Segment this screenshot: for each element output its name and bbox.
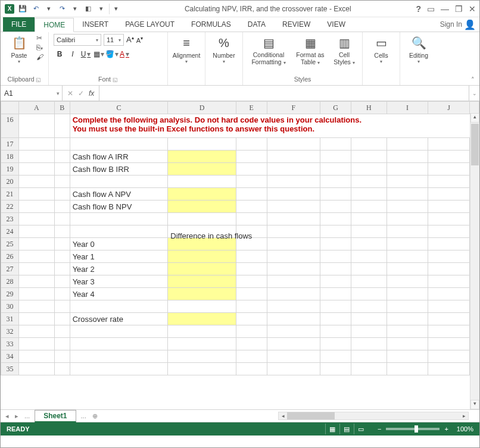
- cell-J17[interactable]: [428, 138, 470, 151]
- name-box[interactable]: A1 ▾: [1, 86, 63, 101]
- cell-D20[interactable]: [168, 176, 236, 188]
- cell-B20[interactable]: [54, 176, 70, 188]
- number-button[interactable]: % Number ▾: [210, 34, 238, 64]
- undo-icon[interactable]: ↶: [30, 4, 41, 14]
- cell-A29[interactable]: [18, 288, 54, 300]
- editing-dropdown-icon[interactable]: ▾: [417, 59, 420, 64]
- select-all-corner[interactable]: [1, 102, 19, 114]
- cell-B26[interactable]: [54, 250, 70, 263]
- cell-B30[interactable]: [54, 300, 70, 313]
- cell-B18[interactable]: [54, 151, 70, 163]
- tab-home[interactable]: HOME: [35, 18, 74, 32]
- cell-C29[interactable]: Year 4: [70, 288, 168, 300]
- cell-C19[interactable]: Cash flow B IRR: [70, 163, 168, 176]
- row-header-19[interactable]: 19: [1, 163, 19, 176]
- cell-H25[interactable]: [351, 238, 387, 250]
- cell-H26[interactable]: [351, 250, 387, 263]
- alignment-dropdown-icon[interactable]: ▾: [185, 59, 188, 64]
- name-box-dropdown-icon[interactable]: ▾: [57, 90, 60, 96]
- tab-view[interactable]: VIEW: [319, 17, 354, 32]
- cell-D30[interactable]: [168, 300, 236, 313]
- row-header-23[interactable]: 23: [1, 213, 19, 225]
- cell-I34[interactable]: [387, 350, 428, 363]
- cell-J25[interactable]: [428, 238, 470, 250]
- cell-F24[interactable]: [267, 225, 320, 238]
- col-header-A[interactable]: A: [18, 102, 54, 114]
- cell-A28[interactable]: [18, 275, 54, 288]
- cell-H34[interactable]: [351, 350, 387, 363]
- cell-F32[interactable]: [267, 325, 320, 338]
- cell-A26[interactable]: [18, 250, 54, 263]
- cell-F22[interactable]: [267, 200, 320, 213]
- underline-button[interactable]: U▾: [80, 48, 92, 60]
- cell-C20[interactable]: [70, 176, 168, 188]
- cancel-icon[interactable]: ✕: [67, 89, 73, 98]
- cell-J24[interactable]: [428, 225, 470, 238]
- maximize-icon[interactable]: ❐: [455, 4, 463, 14]
- font-size-select[interactable]: 11▾: [104, 34, 124, 46]
- view-page-layout-icon[interactable]: ▤: [339, 424, 354, 434]
- cell-G33[interactable]: [320, 338, 351, 350]
- cell-D24[interactable]: Difference in cash flows: [168, 225, 236, 238]
- row-header-25[interactable]: 25: [1, 238, 19, 250]
- tab-pagelayout[interactable]: PAGE LAYOUT: [117, 17, 183, 32]
- cell-F27[interactable]: [267, 263, 320, 275]
- row-header-26[interactable]: 26: [1, 250, 19, 263]
- cell-C21[interactable]: Cash flow A NPV: [70, 188, 168, 200]
- cell-F35[interactable]: [267, 363, 320, 375]
- zoom-in-icon[interactable]: +: [444, 425, 448, 433]
- row-header-28[interactable]: 28: [1, 275, 19, 288]
- paste-button[interactable]: 📋 Paste ▾: [5, 34, 33, 64]
- cell-F18[interactable]: [267, 151, 320, 163]
- cell-B24[interactable]: [54, 225, 70, 238]
- cell-J22[interactable]: [428, 200, 470, 213]
- cell-J27[interactable]: [428, 263, 470, 275]
- cell-J33[interactable]: [428, 338, 470, 350]
- close-icon[interactable]: ✕: [469, 4, 476, 14]
- cell-G22[interactable]: [320, 200, 351, 213]
- row-header-27[interactable]: 27: [1, 263, 19, 275]
- cell-A19[interactable]: [18, 163, 54, 176]
- zoom-slider-thumb[interactable]: [414, 425, 418, 433]
- cell-C24[interactable]: [70, 225, 168, 238]
- cell-G26[interactable]: [320, 250, 351, 263]
- hscroll-thumb[interactable]: [287, 412, 335, 419]
- cell-E17[interactable]: [236, 138, 267, 151]
- row-header-22[interactable]: 22: [1, 200, 19, 213]
- qat-custom-icon[interactable]: ◧: [83, 4, 93, 14]
- cell-D33[interactable]: [168, 338, 236, 350]
- cell-B29[interactable]: [54, 288, 70, 300]
- cell-E19[interactable]: [236, 163, 267, 176]
- cell-C27[interactable]: Year 2: [70, 263, 168, 275]
- cell-A23[interactable]: [18, 213, 54, 225]
- cell-D18[interactable]: [168, 151, 236, 163]
- cell-A25[interactable]: [18, 238, 54, 250]
- cut-icon[interactable]: ✂: [36, 34, 43, 42]
- scroll-left-icon[interactable]: ◂: [279, 413, 287, 419]
- cell-F26[interactable]: [267, 250, 320, 263]
- cell-A20[interactable]: [18, 176, 54, 188]
- cell-J35[interactable]: [428, 363, 470, 375]
- view-normal-icon[interactable]: ▦: [325, 424, 339, 434]
- cell-I19[interactable]: [387, 163, 428, 176]
- sheet-nav-menu[interactable]: ...: [23, 412, 31, 419]
- cell-H20[interactable]: [351, 176, 387, 188]
- col-header-J[interactable]: J: [428, 102, 470, 114]
- cell-B25[interactable]: [54, 238, 70, 250]
- cell-C23[interactable]: [70, 213, 168, 225]
- cell-H32[interactable]: [351, 325, 387, 338]
- format-as-table-button[interactable]: ▦ Format asTable ▾: [293, 34, 328, 65]
- formula-bar-expand-icon[interactable]: ⌄: [469, 86, 479, 101]
- cell-I32[interactable]: [387, 325, 428, 338]
- cell-A30[interactable]: [18, 300, 54, 313]
- cell-C35[interactable]: [70, 363, 168, 375]
- cell-C34[interactable]: [70, 350, 168, 363]
- tab-data[interactable]: DATA: [239, 17, 274, 32]
- fx-icon[interactable]: fx: [89, 89, 94, 98]
- cell-D35[interactable]: [168, 363, 236, 375]
- row-header-18[interactable]: 18: [1, 151, 19, 163]
- cell-I33[interactable]: [387, 338, 428, 350]
- cell-C33[interactable]: [70, 338, 168, 350]
- col-header-C[interactable]: C: [70, 102, 168, 114]
- col-header-D[interactable]: D: [168, 102, 236, 114]
